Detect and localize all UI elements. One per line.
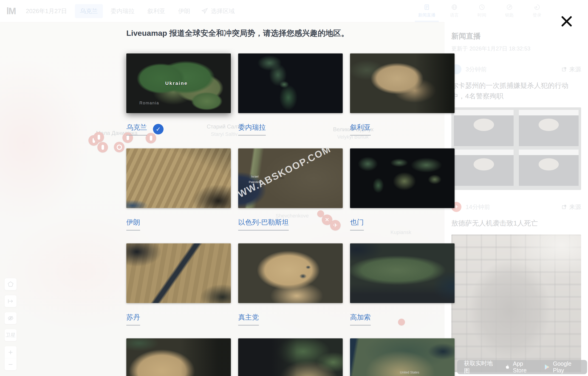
region-label-row: 委内瑞拉 (238, 123, 343, 136)
region-cell: 高加索 (350, 243, 455, 325)
region-label-row: 乌克兰✓ (126, 123, 231, 136)
region-link[interactable]: 真主党 (238, 313, 259, 325)
region-thumbnail-venezuela[interactable] (238, 53, 343, 113)
region-cell: 苏丹 (126, 243, 231, 325)
region-cell (126, 338, 231, 376)
region-link[interactable]: 叙利亚 (350, 123, 371, 136)
region-cell: 也门 (350, 148, 455, 230)
region-thumbnail-caucasus[interactable] (350, 243, 455, 303)
region-label-row: 以色列-巴勒斯坦 (238, 218, 343, 230)
region-thumbnail-usa[interactable]: United States (350, 338, 455, 376)
selected-check-icon: ✓ (153, 124, 163, 135)
region-cell: 叙利亚 (350, 53, 455, 136)
region-label-row: 也门 (350, 218, 455, 230)
region-label-row: 伊朗 (126, 218, 231, 230)
region-cell: 伊朗 (126, 148, 231, 230)
region-thumbnail-centralasia[interactable] (238, 338, 343, 376)
region-select-modal: Liveuamap 报道全球安全和冲突局势，请选择您感兴趣的地区。 Ukrain… (0, 0, 588, 376)
region-thumbnail-sudan[interactable] (126, 243, 231, 303)
region-label-row: 高加索 (350, 313, 455, 325)
modal-title: Liveuamap 报道全球安全和冲突局势，请选择您感兴趣的地区。 (126, 28, 349, 39)
close-icon (560, 15, 573, 28)
region-label-row: 真主党 (238, 313, 343, 325)
close-button[interactable] (559, 13, 575, 29)
region-thumbnail-yemen[interactable] (350, 148, 455, 208)
region-link[interactable]: 委内瑞拉 (238, 123, 266, 136)
region-thumbnail-ukraine[interactable]: UkraineRomania (126, 53, 231, 113)
region-label-row: 叙利亚 (350, 123, 455, 136)
region-label-row: 苏丹 (126, 313, 231, 325)
region-thumbnail-israel[interactable]: IsraelPalestineJordanWWW.ABSKOOP.COM (238, 148, 343, 208)
region-grid: UkraineRomania乌克兰✓委内瑞拉叙利亚伊朗IsraelPalesti… (126, 53, 455, 376)
thumb-place-label: United States (400, 370, 419, 374)
region-cell: UkraineRomania乌克兰✓ (126, 53, 231, 136)
region-thumbnail-iran[interactable] (126, 148, 231, 208)
liveuamap-page: Мала ДанилівкаСтарий СалтівStaryi Saltiv… (0, 0, 588, 376)
thumb-place-label: Israel (251, 175, 259, 178)
region-link[interactable]: 苏丹 (126, 313, 140, 325)
region-cell: 委内瑞拉 (238, 53, 343, 136)
region-link[interactable]: 伊朗 (126, 218, 140, 230)
thumb-place-label: Ukraine (165, 81, 188, 86)
region-thumbnail-iraq2[interactable] (126, 338, 231, 376)
region-cell: IsraelPalestineJordanWWW.ABSKOOP.COM以色列-… (238, 148, 343, 230)
region-link[interactable]: 以色列-巴勒斯坦 (238, 218, 289, 230)
region-cell: 真主党 (238, 243, 343, 325)
region-link[interactable]: 乌克兰 (126, 123, 147, 136)
thumb-place-label: Romania (139, 101, 159, 105)
region-thumbnail-syria[interactable] (350, 53, 455, 113)
region-link[interactable]: 高加索 (350, 313, 371, 325)
region-link[interactable]: 也门 (350, 218, 364, 230)
region-cell: United States (350, 338, 455, 376)
region-cell (238, 338, 343, 376)
region-thumbnail-hezbollah[interactable] (238, 243, 343, 303)
